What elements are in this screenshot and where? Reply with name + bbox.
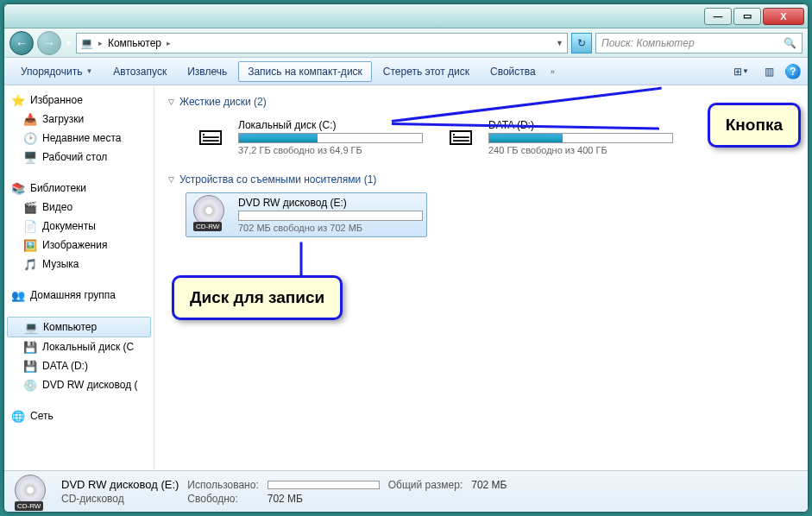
maximize-button[interactable]: ▭ (733, 8, 761, 25)
drive-free-text: 240 ГБ свободно из 400 ГБ (488, 145, 673, 155)
navigation-bar: ← → ▼ 💻 ▸ Компьютер ▸ ▼ ↻ Поиск: Компьют… (4, 28, 808, 58)
sidebar-local-disk-c[interactable]: 💾Локальный диск (C (4, 337, 154, 356)
collapse-icon: ▽ (168, 98, 174, 106)
drive-data-d[interactable]: 🖴 DATA (D:) 240 ГБ свободно из 400 ГБ (436, 115, 677, 160)
forward-button[interactable]: → (37, 31, 61, 55)
sidebar-recent[interactable]: 🕑Недавние места (4, 129, 154, 148)
music-icon: 🎵 (23, 257, 37, 271)
breadcrumb-sep-icon: ▸ (167, 39, 171, 47)
sidebar-videos[interactable]: 🎬Видео (4, 198, 154, 217)
status-title: DVD RW дисковод (E:) (61, 478, 179, 491)
section-removable[interactable]: ▽Устройства со съемными носителями (1) (168, 170, 794, 189)
chevron-down-icon: ▼ (85, 67, 92, 75)
computer-icon: 💻 (24, 320, 38, 334)
libraries-icon: 📚 (11, 181, 25, 195)
sidebar-pictures[interactable]: 🖼️Изображения (4, 236, 154, 255)
organize-button[interactable]: Упорядочить▼ (11, 61, 102, 82)
disc-icon: 💿 (23, 378, 37, 392)
view-mode-button[interactable]: ⊞ ▼ (730, 62, 752, 81)
status-total-label: Общий размер: (388, 479, 463, 491)
document-icon: 📄 (23, 219, 37, 233)
back-button[interactable]: ← (9, 31, 34, 55)
recent-icon: 🕑 (23, 131, 37, 145)
status-type: CD-дисковод (61, 493, 179, 505)
drive-free-text: 37,2 ГБ свободно из 64,9 ГБ (238, 145, 423, 155)
callout-disc: Диск для записи (172, 275, 343, 320)
search-icon: 🔍 (784, 37, 796, 49)
status-free-value: 702 МБ (268, 493, 380, 505)
search-placeholder: Поиск: Компьютер (601, 37, 695, 49)
breadcrumb-sep-icon: ▸ (98, 39, 103, 47)
sidebar-computer[interactable]: 💻Компьютер (7, 317, 151, 337)
sidebar-data-d[interactable]: 💾DATA (D:) (4, 356, 154, 375)
history-dropdown-icon[interactable]: ▼ (65, 39, 72, 47)
status-free-label: Свободно: (187, 493, 258, 505)
sidebar-libraries[interactable]: 📚Библиотеки (4, 179, 154, 198)
collapse-icon: ▽ (168, 175, 174, 184)
sidebar-homegroup[interactable]: 👥Домашняя группа (4, 286, 154, 305)
toolbar: Упорядочить▼ Автозапуск Извлечь Запись н… (4, 58, 808, 85)
toolbar-overflow-icon[interactable]: » (551, 67, 555, 76)
video-icon: 🎬 (23, 200, 37, 214)
network-icon: 🌐 (11, 409, 25, 423)
breadcrumb-computer[interactable]: Компьютер (108, 37, 161, 49)
autoplay-button[interactable]: Автозапуск (104, 61, 176, 82)
callout-button: Кнопка (708, 103, 801, 148)
close-button[interactable]: X (763, 8, 804, 25)
titlebar[interactable]: — ▭ X (4, 4, 808, 28)
star-icon: ⭐ (11, 93, 25, 107)
sidebar-dvd-rw[interactable]: 💿DVD RW дисковод ( (4, 375, 154, 394)
desktop-icon: 🖥️ (23, 150, 37, 164)
drive-dvd-rw-e[interactable]: CD-RW DVD RW дисковод (E:) 702 МБ свобод… (186, 192, 427, 237)
preview-pane-button[interactable]: ▥ (758, 62, 780, 81)
status-disc-icon: CD-RW (13, 475, 51, 509)
content-pane[interactable]: ▽Жесткие диски (2) 🖴 Локальный диск (C:)… (154, 85, 808, 470)
search-input[interactable]: Поиск: Компьютер 🔍 (595, 33, 803, 53)
sidebar-documents[interactable]: 📄Документы (4, 217, 154, 236)
burn-disc-button[interactable]: Запись на компакт-диск (238, 61, 372, 82)
erase-disc-button[interactable]: Стереть этот диск (374, 61, 479, 82)
explorer-window: — ▭ X ← → ▼ 💻 ▸ Компьютер ▸ ▼ ↻ Поиск: К… (3, 3, 809, 513)
drive-icon: 💾 (23, 340, 37, 354)
sidebar-downloads[interactable]: 📥Загрузки (4, 110, 154, 129)
picture-icon: 🖼️ (23, 238, 37, 252)
status-usage-bar (268, 481, 380, 489)
drive-usage-bar (238, 211, 423, 221)
drive-icon: 💾 (23, 359, 37, 373)
properties-button[interactable]: Свойства (481, 61, 545, 82)
status-used-label: Использовано: (187, 479, 258, 491)
address-bar[interactable]: 💻 ▸ Компьютер ▸ ▼ (76, 33, 568, 53)
computer-icon: 💻 (80, 37, 93, 49)
drive-usage-bar (238, 133, 423, 143)
help-button[interactable]: ? (785, 64, 801, 79)
status-total-value: 702 МБ (471, 479, 507, 491)
drive-usage-bar (488, 133, 673, 143)
sidebar-network[interactable]: 🌐Сеть (4, 406, 154, 425)
cd-rw-badge: CD-RW (15, 501, 43, 511)
refresh-button[interactable]: ↻ (571, 33, 592, 53)
homegroup-icon: 👥 (11, 288, 25, 302)
status-bar: CD-RW DVD RW дисковод (E:) Использовано:… (4, 470, 808, 512)
sidebar-desktop[interactable]: 🖥️Рабочий стол (4, 148, 154, 167)
drive-name: DVD RW дисковод (E:) (238, 197, 423, 209)
address-dropdown-icon[interactable]: ▼ (556, 39, 563, 47)
disc-drive-icon: CD-RW (190, 197, 231, 228)
sidebar-music[interactable]: 🎵Музыка (4, 255, 154, 274)
cd-rw-badge: CD-RW (193, 222, 222, 231)
navigation-sidebar: ⭐Избранное 📥Загрузки 🕑Недавние места 🖥️Р… (4, 85, 154, 470)
hard-drive-icon: 🖴 (190, 119, 231, 150)
minimize-button[interactable]: — (704, 8, 732, 25)
sidebar-favorites[interactable]: ⭐Избранное (4, 91, 154, 110)
drive-free-text: 702 МБ свободно из 702 МБ (238, 223, 423, 233)
eject-button[interactable]: Извлечь (178, 61, 236, 82)
drive-local-c[interactable]: 🖴 Локальный диск (C:) 37,2 ГБ свободно и… (186, 115, 427, 160)
downloads-icon: 📥 (23, 112, 37, 126)
